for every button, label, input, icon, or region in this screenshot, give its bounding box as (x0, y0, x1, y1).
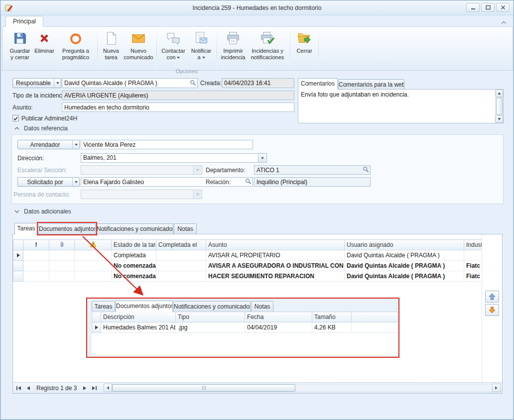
eliminar-button[interactable]: Eliminar (32, 28, 56, 68)
previous-record-icon (26, 386, 30, 391)
attachment-column-header[interactable] (49, 240, 75, 250)
descripcion-column-header[interactable]: Descripción (101, 312, 176, 322)
fecha-column-header[interactable]: Fecha (245, 312, 312, 322)
tamano-column-header[interactable]: Tamaño (312, 312, 352, 322)
scroll-left-button[interactable] (104, 384, 112, 392)
arrendador-field[interactable]: Vicente Mora Perez (81, 140, 253, 149)
priority-column-header[interactable]: ! (23, 240, 49, 250)
contactar-con-label: Contactar con (161, 48, 185, 60)
minimize-button[interactable] (466, 3, 480, 12)
scroll-thumb[interactable] (496, 98, 503, 115)
direccion-dropdown[interactable] (258, 154, 266, 162)
industrial-column-header[interactable]: Indust (464, 240, 482, 250)
previous-record-button[interactable] (24, 384, 32, 392)
next-record-button[interactable] (81, 384, 89, 392)
collapse-ribbon-icon[interactable] (501, 19, 507, 26)
inset-tab-notificaciones-comunicados[interactable]: Notificaciones y comunicados (173, 301, 251, 312)
publicar-adminet24h-label: Publicar Adminet24H (21, 115, 77, 122)
tab-notas[interactable]: Notas (174, 223, 197, 234)
completada-column-header[interactable]: Completada el (156, 240, 206, 250)
move-row-down-button[interactable] (485, 304, 499, 316)
table-row[interactable]: Completada AVISAR AL PROPIETARIO David Q… (13, 250, 482, 261)
scroll-track[interactable] (112, 384, 492, 392)
comentarios-text[interactable]: Envía foto que adjuntaban en incidencia. (301, 91, 493, 98)
minimize-icon (471, 5, 476, 10)
move-row-up-button[interactable] (485, 291, 499, 303)
incidencias-notificaciones-label: Incidencias y notificaciones (251, 48, 284, 61)
printer-check-icon (260, 30, 275, 46)
save-icon (12, 30, 27, 46)
scroll-thumb[interactable] (112, 384, 295, 392)
direccion-value: Balmes, 201 (81, 154, 258, 162)
notificar-a-button[interactable]: Notificar a (188, 28, 215, 68)
imprimir-incidencia-button[interactable]: Imprimir incidencia (219, 28, 247, 68)
ribbon-separator (97, 29, 98, 69)
departamento-field[interactable]: ATICO 1 (254, 165, 371, 175)
usuario-column-header[interactable]: Usuario asignado (345, 240, 464, 250)
guardar-y-cerrar-label: Guardar y cerrar (10, 48, 30, 61)
tab-tareas[interactable]: Tareas (14, 223, 38, 234)
responsable-button[interactable]: Responsable (12, 78, 61, 88)
asunto-field[interactable]: Humedades en techo dormitorio (62, 103, 294, 112)
datos-referencia-header[interactable]: Datos referencia (14, 125, 68, 132)
solicitado-por-dropdown[interactable] (72, 178, 79, 186)
tab-comentarios-web[interactable]: Comentarios para la web (338, 79, 404, 90)
documentos-grid[interactable]: Descripción Tipo Fecha Tamaño Humedades … (92, 312, 398, 333)
close-button[interactable] (496, 3, 510, 12)
app-window: Incidencia 259 - Humedades en techo dorm… (0, 0, 514, 420)
maximize-icon (486, 5, 491, 10)
nueva-tarea-button[interactable]: Nueva tarea (100, 28, 123, 68)
solicitado-por-button[interactable]: Solicitado por (17, 177, 80, 187)
table-row[interactable]: No comenzada HACER SEGUIMIENTO REPARACIO… (13, 271, 482, 282)
asunto-label: Asunto: (12, 104, 33, 111)
pregunta-pragmatico-button[interactable]: Pregunta a pragmático (56, 28, 95, 68)
last-record-button[interactable] (90, 384, 99, 392)
inset-tab-documentos-adjuntos[interactable]: Documentos adjuntos (116, 301, 173, 312)
title-bar[interactable]: Incidencia 259 - Humedades en techo dorm… (0, 0, 514, 15)
publicar-adminet24h-checkbox[interactable] (12, 115, 19, 121)
direccion-combo[interactable]: Balmes, 201 (81, 153, 267, 163)
tab-notificaciones-comunicados[interactable]: Notificaciones y comunicados (96, 223, 173, 234)
scroll-up-button[interactable] (496, 90, 503, 97)
comentarios-scrollbar[interactable] (495, 90, 503, 123)
scroll-right-button[interactable] (492, 384, 501, 392)
first-record-button[interactable] (14, 384, 23, 392)
table-row[interactable]: Humedades Balmes 201 At-2 .jpg 04/04/201… (92, 322, 398, 333)
tipo-column-header[interactable]: Tipo (176, 312, 245, 322)
escalera-value (81, 166, 193, 174)
incidencias-notificaciones-button[interactable]: Incidencias y notificaciones (247, 28, 288, 68)
search-icon[interactable] (363, 166, 513, 174)
notificar-a-label: Notificar a (191, 48, 211, 60)
arrendador-dropdown[interactable] (72, 140, 79, 149)
comentarios-box[interactable]: Envía foto que adjuntaban en incidencia. (298, 89, 504, 123)
responsable-field[interactable]: David Quintas Alcalde ( PRAGMA ) (62, 78, 198, 88)
ribbon-separator (156, 29, 157, 69)
persona-contacto-value (81, 190, 193, 199)
inset-tab-notas[interactable]: Notas (251, 301, 273, 312)
contactar-con-button[interactable]: Contactar con (159, 28, 188, 68)
maximize-button[interactable] (481, 3, 495, 12)
inset-tab-tareas[interactable]: Tareas (92, 301, 115, 312)
opciones-group: Contactar con Notificar a Opciones (159, 28, 215, 70)
responsable-dropdown[interactable] (54, 79, 61, 88)
tareas-grid[interactable]: ! Estado de la tarea Completada el Asunt… (13, 239, 482, 282)
tab-principal[interactable]: Principal (5, 16, 43, 27)
tab-documentos-adjuntos[interactable]: Documentos adjuntos (38, 223, 96, 234)
chevron-down-icon (75, 144, 78, 146)
scroll-down-button[interactable] (496, 115, 503, 123)
guardar-y-cerrar-button[interactable]: Guardar y cerrar (7, 28, 32, 68)
cerrar-button[interactable]: Cerrar (292, 28, 316, 68)
solicitado-por-button-label: Solicitado por (18, 178, 72, 186)
table-row[interactable]: No comenzada AVISAR A ASEGURADORA O INDU… (13, 261, 482, 271)
nuevo-comunicado-button[interactable]: Nuevo comunicado (123, 28, 154, 68)
asunto-column-header[interactable]: Asunto (206, 240, 345, 250)
chevron-down-icon (196, 169, 199, 171)
arrendador-button[interactable]: Arrendador (17, 140, 80, 149)
row-indicator (92, 322, 101, 333)
warning-column-header[interactable] (75, 240, 112, 250)
triangle-down-icon (498, 118, 501, 120)
estado-column-header[interactable]: Estado de la tarea (112, 240, 156, 250)
tab-comentarios[interactable]: Comentarios (298, 78, 338, 90)
datos-adicionales-header[interactable]: Datos adicionales (14, 208, 71, 215)
horizontal-scrollbar[interactable] (104, 384, 501, 392)
